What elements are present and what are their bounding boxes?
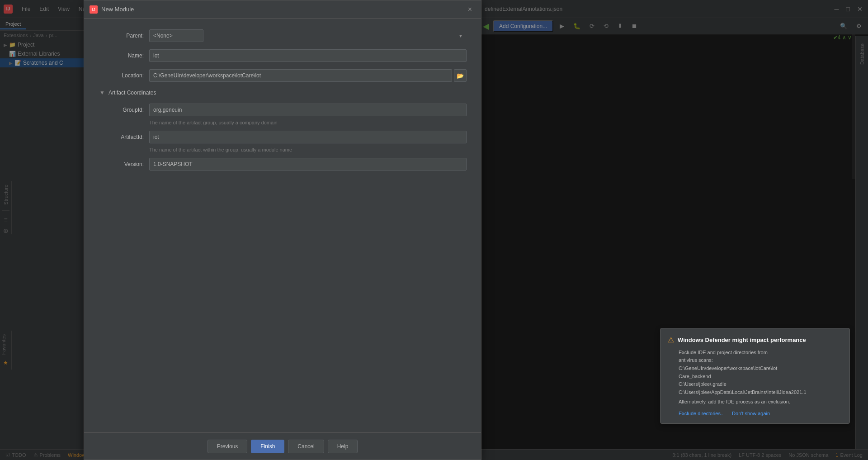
name-label: Name: — [99, 52, 144, 59]
notification-path2: Care_backend — [679, 373, 842, 381]
version-input[interactable] — [149, 158, 467, 171]
artifactid-row: ArtifactId: — [99, 131, 467, 143]
dialog-title-text: New Module — [101, 6, 134, 13]
artifact-section-header: ▼ Artifact Coordinates — [99, 89, 467, 96]
notification-body-line1: Exclude IDE and project directories from — [679, 349, 842, 357]
artifact-section-title: Artifact Coordinates — [108, 90, 156, 96]
new-module-dialog: IJ New Module × Parent: <None> ▼ Name: L… — [84, 0, 481, 460]
parent-select[interactable]: <None> — [149, 29, 203, 42]
groupid-input[interactable] — [149, 104, 467, 116]
groupid-row: GroupId: — [99, 104, 467, 116]
location-row: Location: 📂 — [99, 69, 467, 82]
notification-body: Exclude IDE and project directories from… — [668, 349, 842, 406]
location-input-wrapper: 📂 — [149, 69, 467, 82]
dialog-title-icon: IJ — [90, 5, 98, 14]
select-arrow-icon: ▼ — [458, 33, 463, 38]
dont-show-link[interactable]: Don't show again — [732, 411, 770, 416]
parent-select-wrapper: <None> ▼ — [149, 29, 467, 42]
finish-btn[interactable]: Finish — [251, 440, 284, 453]
dialog-footer: Previous Finish Cancel Help — [84, 432, 481, 460]
notification-body-end: Alternatively, add the IDE process as an… — [679, 398, 842, 406]
name-input[interactable] — [149, 49, 467, 62]
artifactid-input[interactable] — [149, 131, 467, 143]
dialog-close-btn[interactable]: × — [464, 4, 476, 15]
groupid-hint: The name of the artifact group, usually … — [149, 120, 467, 125]
notification-path1: C:\GeneUIn\developer\workspace\iotCare\i… — [679, 365, 842, 373]
parent-row: Parent: <None> ▼ — [99, 29, 467, 42]
location-label: Location: — [99, 72, 144, 79]
artifactid-hint: The name of the artifact within the grou… — [149, 147, 467, 152]
groupid-label: GroupId: — [99, 107, 144, 113]
section-collapse-btn[interactable]: ▼ — [99, 89, 106, 96]
notification-path3: C:\Users\jblee\.gradle — [679, 380, 842, 389]
notification-path4: C:\Users\jblee\AppData\Local\JetBrains\I… — [679, 389, 842, 397]
notification-links: Exclude directories... Don't show again — [668, 411, 842, 416]
cancel-btn[interactable]: Cancel — [288, 440, 324, 453]
help-btn[interactable]: Help — [328, 440, 358, 453]
exclude-dirs-link[interactable]: Exclude directories... — [679, 411, 725, 416]
notification-header: ⚠ Windows Defender might impact performa… — [668, 336, 842, 344]
location-browse-btn[interactable]: 📂 — [454, 69, 467, 82]
warning-icon: ⚠ — [668, 336, 674, 344]
parent-label: Parent: — [99, 33, 144, 39]
artifactid-label: ArtifactId: — [99, 134, 144, 140]
dialog-titlebar: IJ New Module × — [84, 0, 481, 19]
notification-body-line2: antivirus scans: — [679, 356, 842, 365]
previous-btn[interactable]: Previous — [208, 440, 248, 453]
name-row: Name: — [99, 49, 467, 62]
version-label: Version: — [99, 161, 144, 167]
location-input[interactable] — [149, 69, 452, 82]
dialog-content: Parent: <None> ▼ Name: Location: 📂 ▼ Ar — [84, 19, 481, 432]
notification-title: Windows Defender might impact performanc… — [678, 337, 806, 343]
dialog-title-left: IJ New Module — [90, 5, 134, 14]
version-row: Version: — [99, 158, 467, 171]
windows-defender-notification: ⚠ Windows Defender might impact performa… — [660, 328, 850, 424]
